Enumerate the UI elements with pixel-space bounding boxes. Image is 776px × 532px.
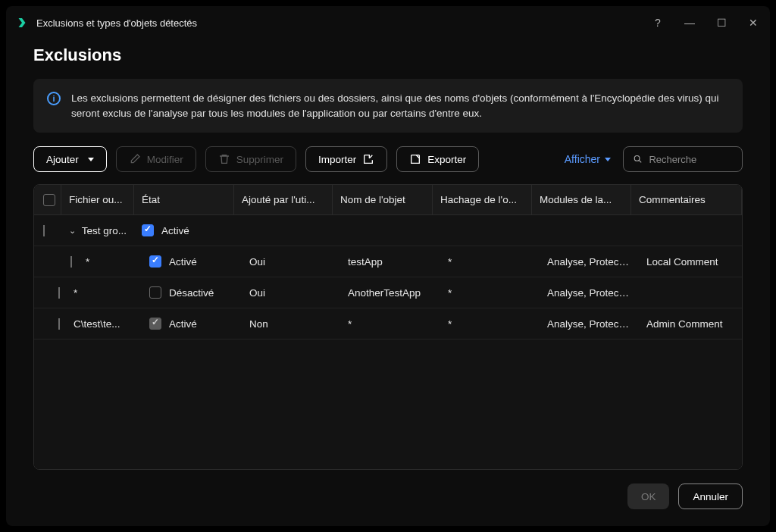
edit-button-label: Modifier bbox=[147, 154, 183, 165]
import-button[interactable]: Importer bbox=[305, 146, 387, 172]
footer: OK Annuler bbox=[6, 470, 770, 526]
export-button[interactable]: Exporter bbox=[396, 146, 479, 172]
table-row[interactable]: *ActivéOuitestApp*Analyse, Protecti...Lo… bbox=[34, 246, 742, 277]
header-hash[interactable]: Hachage de l'o... bbox=[433, 185, 532, 214]
search-box[interactable] bbox=[623, 146, 743, 172]
row-checkbox[interactable] bbox=[43, 225, 45, 236]
cell-state: Activé bbox=[142, 318, 242, 330]
svg-point-0 bbox=[634, 156, 640, 161]
import-icon bbox=[362, 153, 374, 165]
header-file[interactable]: Fichier ou... bbox=[61, 185, 134, 214]
add-button[interactable]: Ajouter bbox=[33, 146, 107, 172]
cell-hash: * bbox=[440, 256, 540, 268]
cell-state: Désactivé bbox=[142, 286, 242, 299]
info-banner: i Les exclusions permettent de désigner … bbox=[33, 79, 743, 133]
minimize-button[interactable]: — bbox=[682, 17, 697, 29]
close-button[interactable]: ✕ bbox=[746, 17, 761, 29]
show-label: Afficher bbox=[565, 153, 600, 165]
table-row[interactable]: C\test\te...ActivéNon**Analyse, Protecti… bbox=[34, 308, 742, 340]
header-added[interactable]: Ajouté par l'uti... bbox=[234, 185, 333, 214]
cell-object: testApp bbox=[340, 256, 440, 268]
table-row[interactable]: *DésactivéOuiAnotherTestApp*Analyse, Pro… bbox=[34, 277, 742, 308]
cell-object: * bbox=[340, 318, 440, 330]
row-checkbox[interactable] bbox=[58, 287, 60, 299]
cell-state: Activé bbox=[142, 255, 242, 268]
page-title: Exclusions bbox=[33, 45, 743, 65]
cell-hash: * bbox=[440, 318, 540, 330]
header-object[interactable]: Nom de l'objet bbox=[333, 185, 433, 214]
titlebar: Exclusions et types d'objets détectés ? … bbox=[6, 6, 770, 39]
select-all-checkbox[interactable] bbox=[43, 194, 55, 206]
state-checkbox[interactable] bbox=[149, 255, 161, 268]
exclusions-table: Fichier ou... État Ajouté par l'uti... N… bbox=[33, 184, 743, 470]
import-button-label: Importer bbox=[318, 154, 356, 165]
toolbar: Ajouter Modifier Supprimer Importer Expo… bbox=[33, 146, 743, 172]
trash-icon bbox=[218, 153, 230, 165]
cell-modules: Analyse, Protecti... bbox=[540, 256, 639, 268]
cell-added: Oui bbox=[242, 287, 340, 299]
search-icon bbox=[633, 153, 643, 165]
delete-button: Supprimer bbox=[205, 146, 296, 172]
cell-modules: Analyse, Protecti... bbox=[540, 287, 639, 299]
state-checkbox[interactable] bbox=[142, 224, 154, 236]
cell-comments: Local Comment bbox=[639, 256, 742, 268]
add-button-label: Ajouter bbox=[46, 154, 79, 165]
row-checkbox[interactable] bbox=[70, 256, 72, 268]
show-dropdown[interactable]: Afficher bbox=[565, 153, 611, 165]
maximize-button[interactable]: ☐ bbox=[714, 17, 729, 29]
header-comments[interactable]: Commentaires bbox=[631, 185, 742, 214]
content: Exclusions i Les exclusions permettent d… bbox=[6, 39, 770, 470]
header-modules[interactable]: Modules de la... bbox=[532, 185, 631, 214]
cell-added: Oui bbox=[242, 256, 340, 268]
cell-file: * bbox=[78, 256, 142, 268]
info-icon: i bbox=[47, 92, 61, 105]
delete-button-label: Supprimer bbox=[236, 154, 283, 165]
window: Exclusions et types d'objets détectés ? … bbox=[6, 6, 770, 526]
row-checkbox[interactable] bbox=[58, 318, 60, 330]
header-state[interactable]: État bbox=[134, 185, 234, 214]
window-title: Exclusions et types d'objets détectés bbox=[36, 17, 650, 29]
cell-file: * bbox=[66, 287, 142, 299]
export-icon bbox=[409, 153, 421, 165]
export-button-label: Exporter bbox=[427, 154, 466, 165]
cell-object: AnotherTestApp bbox=[340, 287, 440, 299]
search-input[interactable] bbox=[649, 154, 733, 165]
state-checkbox[interactable] bbox=[149, 286, 161, 299]
ok-button[interactable]: OK bbox=[627, 483, 670, 509]
table-header: Fichier ou... État Ajouté par l'uti... N… bbox=[34, 185, 742, 215]
cancel-button[interactable]: Annuler bbox=[678, 483, 743, 509]
cell-modules: Analyse, Protecti... bbox=[540, 318, 639, 330]
chevron-down-icon[interactable]: ⌄ bbox=[69, 226, 77, 236]
cell-hash: * bbox=[440, 287, 540, 299]
cell-added: Non bbox=[242, 318, 340, 330]
table-body: ⌄Test gro...Activé*ActivéOuitestApp*Anal… bbox=[34, 215, 742, 469]
table-row[interactable]: ⌄Test gro...Activé bbox=[34, 215, 742, 246]
cell-comments: Admin Comment bbox=[639, 318, 742, 330]
state-checkbox[interactable] bbox=[149, 318, 161, 330]
info-text: Les exclusions permettent de désigner de… bbox=[71, 91, 729, 120]
app-logo bbox=[15, 16, 29, 30]
help-button[interactable]: ? bbox=[650, 17, 665, 29]
edit-icon bbox=[129, 153, 141, 165]
cell-file: C\test\te... bbox=[66, 318, 142, 330]
header-checkbox-cell bbox=[34, 185, 61, 214]
window-controls: ? — ☐ ✕ bbox=[650, 17, 761, 29]
edit-button: Modifier bbox=[116, 146, 196, 172]
